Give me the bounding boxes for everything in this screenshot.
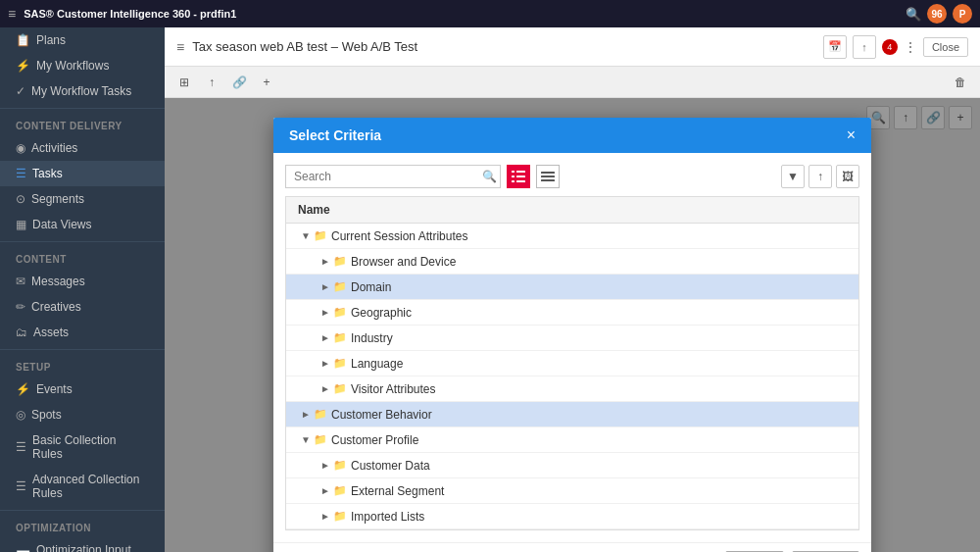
menu-dots-btn[interactable]: ⋮ [904, 39, 917, 55]
sidebar-item-tasks[interactable]: ☰ Tasks [0, 161, 165, 186]
svg-rect-2 [512, 176, 514, 177]
tree-item-label: Language [351, 357, 403, 371]
sidebar-item-events[interactable]: ⚡ Events [0, 376, 165, 402]
tree-item-label: Geographic [351, 306, 412, 320]
tree-row[interactable]: ►📁Customer Data [286, 453, 858, 478]
page-title: Tax season web AB test – Web A/B Test [192, 39, 417, 54]
sidebar-item-spots[interactable]: ◎ Spots [0, 402, 165, 427]
tree-row[interactable]: ►📁Customer Behavior [286, 402, 858, 427]
tree-expand-icon[interactable]: ► [318, 256, 333, 267]
sidebar-item-assets[interactable]: 🗂 Assets [0, 320, 165, 345]
folder-icon: 📁 [333, 306, 347, 319]
folder-icon: 📁 [333, 510, 347, 523]
tree-row[interactable]: ►📁Industry [286, 326, 858, 351]
view-tree-btn[interactable] [507, 165, 530, 188]
folder-icon: 📁 [314, 433, 327, 446]
tree-expand-icon[interactable]: ▼ [298, 230, 314, 241]
sidebar-item-plans[interactable]: 📋 Plans [0, 27, 165, 53]
sidebar-item-activities[interactable]: ◉ Activities [0, 135, 165, 161]
section-optimization: OPTIMIZATION [0, 515, 165, 537]
tree-row[interactable]: ►📁Imported Lists [286, 504, 858, 529]
zoom-in-btn[interactable]: ↑ [200, 71, 223, 94]
section-content-delivery: CONTENT DELIVERY [0, 113, 165, 135]
tree-row[interactable]: ▼📁Customer Profile [286, 427, 858, 453]
tree-expand-icon[interactable]: ► [298, 409, 314, 420]
sidebar-item-workflows[interactable]: ⚡ My Workflows [0, 53, 165, 78]
settings-btn[interactable]: 🗑 [949, 71, 972, 94]
add-btn[interactable]: + [255, 71, 278, 94]
tree-expand-icon[interactable]: ► [318, 307, 333, 318]
tree-expand-icon[interactable]: ▼ [298, 434, 314, 445]
filter-btn[interactable]: ▼ [781, 165, 805, 188]
tree-expand-icon[interactable]: ► [318, 511, 333, 522]
folder-icon: 📁 [333, 484, 347, 497]
sidebar-item-data-views[interactable]: ▦ Data Views [0, 212, 165, 237]
tree-item-label: Customer Behavior [331, 408, 432, 422]
modal-header: Select Criteria × [273, 118, 871, 153]
folder-icon: 📁 [314, 229, 327, 242]
image-btn[interactable]: 🖼 [836, 165, 859, 188]
tree-row[interactable]: ►📁Geographic [286, 300, 858, 326]
topbar-menu-icon[interactable]: ≡ [8, 6, 16, 22]
search-submit-btn[interactable]: 🔍 [482, 170, 497, 183]
user-avatar[interactable]: P [953, 4, 972, 24]
calendar-btn[interactable]: 📅 [823, 35, 847, 59]
tree-row[interactable]: ▼📁Current Session Attributes [286, 224, 858, 249]
search-row: 🔍 [285, 165, 859, 188]
tree-row[interactable]: ►📁Domain [286, 275, 858, 300]
section-setup: SETUP [0, 354, 165, 376]
zoom-fit-btn[interactable]: ⊞ [172, 71, 196, 94]
sidebar-item-segments[interactable]: ⊙ Segments [0, 186, 165, 212]
tree-expand-icon[interactable]: ► [318, 281, 333, 292]
modal-title: Select Criteria [289, 127, 381, 143]
link-btn[interactable]: 🔗 [227, 71, 251, 94]
messages-icon: ✉ [16, 275, 25, 288]
creatives-icon: ✏ [16, 300, 25, 314]
search-input[interactable] [285, 165, 501, 188]
notification-badge[interactable]: 4 [882, 39, 898, 55]
svg-rect-7 [541, 176, 555, 177]
view-list-btn[interactable] [536, 165, 560, 188]
sidebar-item-messages[interactable]: ✉ Messages [0, 269, 165, 294]
tree-table: Name ▼📁Current Session Attributes►📁Brows… [285, 196, 859, 530]
tree-expand-icon[interactable]: ► [318, 485, 333, 496]
modal-close-btn[interactable]: × [847, 127, 856, 143]
sidebar-item-creatives[interactable]: ✏ Creatives [0, 294, 165, 320]
tree-row[interactable]: ►📁Visitor Attributes [286, 376, 858, 402]
sidebar-item-opt-input[interactable]: 📊 Optimization Input Data [0, 537, 165, 552]
assets-icon: 🗂 [16, 326, 27, 339]
sidebar: 📋 Plans ⚡ My Workflows ✓ My Workflow Tas… [0, 27, 165, 552]
svg-rect-8 [541, 179, 555, 181]
workflows-icon: ⚡ [16, 59, 30, 73]
tree-row[interactable]: ►📁External Segment [286, 478, 858, 504]
section-content: CONTENT [0, 246, 165, 269]
tree-expand-icon[interactable]: ► [318, 460, 333, 471]
folder-icon: 📁 [333, 331, 347, 344]
svg-rect-5 [516, 180, 525, 182]
sidebar-item-advanced-rules[interactable]: ☰ Advanced Collection Rules [0, 467, 165, 506]
sort-btn[interactable]: ↑ [808, 165, 832, 188]
segments-icon: ⊙ [16, 192, 25, 206]
hamburger-icon[interactable]: ≡ [176, 39, 184, 55]
folder-icon: 📁 [333, 280, 347, 293]
tree-item-label: Industry [351, 331, 393, 345]
tree-item-label: Domain [351, 280, 391, 294]
folder-icon: 📁 [333, 255, 347, 268]
data-views-icon: ▦ [16, 218, 26, 231]
tree-row[interactable]: ►📁Browser and Device [286, 249, 858, 275]
share-btn[interactable]: ↑ [853, 35, 876, 59]
search-icon-top[interactable]: 🔍 [906, 7, 921, 22]
tree-expand-icon[interactable]: ► [318, 332, 333, 343]
user-count-badge[interactable]: 96 [927, 4, 947, 24]
sidebar-item-basic-rules[interactable]: ☰ Basic Collection Rules [0, 427, 165, 467]
select-criteria-modal: Select Criteria × 🔍 [273, 118, 871, 552]
sidebar-item-workflow-tasks[interactable]: ✓ My Workflow Tasks [0, 78, 165, 104]
tree-row[interactable]: ►📁Language [286, 351, 858, 376]
close-button[interactable]: Close [923, 37, 968, 57]
tree-item-label: External Segment [351, 484, 444, 498]
tree-expand-icon[interactable]: ► [318, 383, 333, 394]
tree-expand-icon[interactable]: ► [318, 358, 333, 369]
workflow-tasks-icon: ✓ [16, 84, 25, 98]
tree-item-label: Visitor Attributes [351, 382, 435, 396]
folder-icon: 📁 [333, 459, 347, 472]
